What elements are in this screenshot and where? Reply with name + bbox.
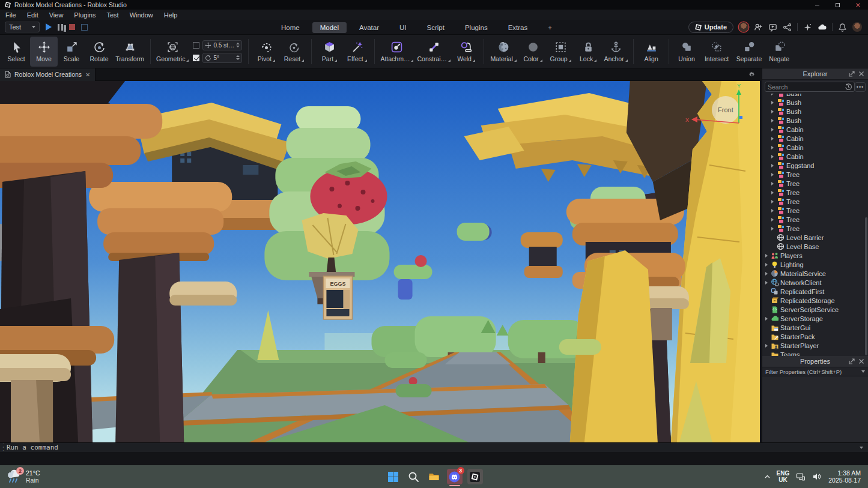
maximize-button[interactable] <box>827 0 848 10</box>
expand-arrow-icon[interactable] <box>770 119 775 122</box>
avatar[interactable] <box>739 22 748 32</box>
expand-arrow-icon[interactable] <box>770 191 775 194</box>
explorer-item-bush[interactable]: Bush <box>764 116 868 125</box>
tool-pivot[interactable]: Pivot <box>252 37 280 67</box>
explorer-item-level-base[interactable]: Level Base <box>764 242 868 251</box>
expand-arrow-icon[interactable] <box>770 128 775 131</box>
explorer-item-tree[interactable]: Tree <box>764 206 868 215</box>
explorer-item-players[interactable]: Players <box>764 251 868 260</box>
expand-arrow-icon[interactable] <box>770 182 775 185</box>
update-button[interactable]: Update <box>688 22 733 33</box>
expand-arrow-icon[interactable] <box>764 317 769 321</box>
explorer-item-networkclient[interactable]: NetworkClient <box>764 278 868 287</box>
tab-model[interactable]: Model <box>312 22 347 33</box>
expand-arrow-icon[interactable] <box>764 344 769 348</box>
tool-effect[interactable]: Effect <box>343 37 371 67</box>
explorer-search-input[interactable] <box>765 82 855 92</box>
tool-anchor[interactable]: Anchor <box>602 37 630 67</box>
search-history-icon[interactable] <box>845 83 852 91</box>
feedback-icon[interactable] <box>768 23 777 32</box>
tool-union[interactable]: Union <box>673 37 700 67</box>
stop-button[interactable] <box>69 24 75 30</box>
explorer-item-teams[interactable]: Teams <box>764 350 868 356</box>
explorer-item-serverscriptservice[interactable]: ServerScriptService <box>764 305 868 314</box>
explorer-item-tree[interactable]: Tree <box>764 215 868 224</box>
viewport-3d-scene[interactable]: EGGS Front Y X <box>0 81 760 442</box>
command-bar[interactable]: ⁚⁚ Run a command <box>0 442 868 452</box>
tool-intersect[interactable]: Intersect <box>700 37 733 67</box>
explorer-scrollbar[interactable] <box>865 217 867 355</box>
move-snap-input[interactable]: 0.5 st… <box>202 40 242 50</box>
document-tab[interactable]: Roblox Model Creations ✕ <box>0 68 96 81</box>
pause-button[interactable] <box>58 24 63 31</box>
menu-file[interactable]: File <box>0 10 22 20</box>
tool-align[interactable]: Align <box>637 37 665 67</box>
expand-arrow-icon[interactable] <box>770 218 775 221</box>
close-panel-icon[interactable] <box>858 358 864 364</box>
tab-add[interactable]: + <box>540 22 560 33</box>
explorer-item-tree[interactable]: Tree <box>764 224 868 233</box>
explorer-item-tree[interactable]: Tree <box>764 197 868 206</box>
tool-reset[interactable]: Reset <box>280 37 308 67</box>
expand-arrow-icon[interactable] <box>764 254 769 258</box>
cloud-icon[interactable] <box>818 23 827 32</box>
tool-geometric[interactable]: Geometric <box>154 37 190 67</box>
explorer-item-tree[interactable]: Tree <box>764 170 868 179</box>
play-button[interactable] <box>46 23 52 31</box>
expand-arrow-icon[interactable] <box>770 209 775 212</box>
move-snap-stepper[interactable] <box>236 43 240 47</box>
expand-arrow-icon[interactable] <box>770 200 775 203</box>
profile-avatar[interactable] <box>852 22 862 32</box>
menu-help[interactable]: Help <box>159 10 183 20</box>
tool-select[interactable]: Select <box>2 37 30 67</box>
viewport-3d[interactable]: EGGS Front Y X <box>0 81 760 442</box>
expand-arrow-icon[interactable] <box>764 281 769 285</box>
explorer-item-bush[interactable]: Bush <box>764 107 868 116</box>
expand-arrow-icon[interactable] <box>770 155 775 158</box>
search-button[interactable] <box>406 469 422 484</box>
tool-weld[interactable]: Weld <box>452 37 480 67</box>
expand-arrow-icon[interactable] <box>764 272 769 276</box>
expand-arrow-icon[interactable] <box>770 146 775 149</box>
tool-move[interactable]: Move <box>30 37 58 67</box>
explorer-item-lighting[interactable]: Lighting <box>764 260 868 269</box>
close-panel-icon[interactable] <box>858 71 864 77</box>
explorer-item-eggstand[interactable]: Eggstand <box>764 161 868 170</box>
tool-material[interactable]: Material <box>488 37 519 67</box>
expand-arrow-icon[interactable] <box>770 164 775 167</box>
menu-test[interactable]: Test <box>101 10 124 20</box>
expand-arrow-icon[interactable] <box>764 263 769 267</box>
tool-transform[interactable]: Transform <box>113 37 147 67</box>
explorer-more-button[interactable]: ••• <box>855 82 866 92</box>
tab-avatar[interactable]: Avatar <box>351 22 387 33</box>
pop-out-icon[interactable] <box>849 71 855 77</box>
expand-arrow-icon[interactable] <box>770 137 775 140</box>
expand-arrow-icon[interactable] <box>770 110 775 113</box>
expand-arrow-icon[interactable] <box>770 101 775 104</box>
explorer-item-starterpack[interactable]: StarterPack <box>764 332 868 341</box>
tool-scale[interactable]: Scale <box>58 37 85 67</box>
file-explorer-button[interactable] <box>426 469 442 484</box>
tab-home[interactable]: Home <box>273 22 308 33</box>
menu-edit[interactable]: Edit <box>22 10 44 20</box>
discord-button[interactable]: 3 <box>447 469 463 484</box>
tool-rotate[interactable]: Rotate <box>85 37 113 67</box>
expand-arrow-icon[interactable] <box>770 173 775 176</box>
explorer-item-level-barrier[interactable]: Level Barrier <box>764 233 868 242</box>
minimize-button[interactable] <box>807 0 827 10</box>
expand-arrow-icon[interactable] <box>770 227 775 230</box>
explorer-item-bush[interactable]: Bush <box>764 94 868 98</box>
explorer-item-cabin[interactable]: Cabin <box>764 143 868 152</box>
viewport-settings-gear-icon[interactable] <box>748 71 756 79</box>
explorer-item-cabin[interactable]: Cabin <box>764 125 868 134</box>
explorer-item-cabin[interactable]: Cabin <box>764 152 868 161</box>
expand-arrow-icon[interactable] <box>770 94 775 95</box>
tool-part[interactable]: Part <box>315 37 343 67</box>
tab-extras[interactable]: Extras <box>500 22 536 33</box>
explorer-item-tree[interactable]: Tree <box>764 179 868 188</box>
add-collaborator-icon[interactable] <box>754 23 763 32</box>
tool-group[interactable]: Group <box>547 37 574 67</box>
tool-constraints[interactable]: Constrai… <box>415 37 452 67</box>
properties-filter-input[interactable]: Filter Properties (Ctrl+Shift+P) <box>762 367 868 376</box>
menu-plugins[interactable]: Plugins <box>68 10 101 20</box>
